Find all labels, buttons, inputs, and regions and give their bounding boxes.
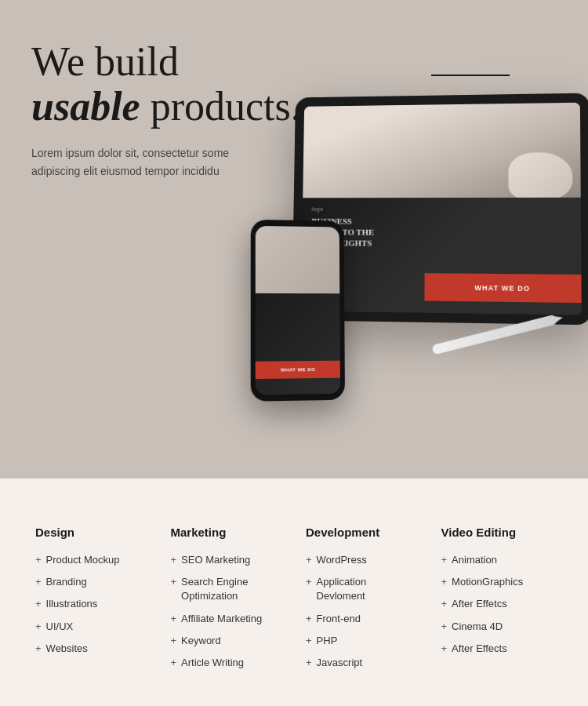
hero-section: We build usable products. Lorem ipsum do… xyxy=(0,0,588,455)
tablet-keyboard-visual xyxy=(303,103,581,208)
design-category-title: Design xyxy=(35,526,147,539)
list-item: +Cinema 4D xyxy=(441,620,554,634)
headline-decorative-line xyxy=(431,75,510,76)
phone-screen: WHAT WE DO xyxy=(256,226,340,395)
list-item: +Article Writing xyxy=(171,656,283,670)
phone-screen-bottom: WHAT WE DO xyxy=(256,293,340,395)
tablet-logo: logo xyxy=(311,206,571,213)
services-grid: Design +Product Mockup +Branding +Illust… xyxy=(31,526,557,678)
list-item: +Websites xyxy=(35,642,147,656)
services-section: Design +Product Mockup +Branding +Illust… xyxy=(0,479,588,706)
device-mockup-group: logo BUSINESSTAKEN TO THENEW HEIGHTS WHA… xyxy=(227,78,588,408)
tablet-screen-top xyxy=(303,103,581,208)
phone-mockup: WHAT WE DO xyxy=(251,220,345,402)
development-category-title: Development xyxy=(306,526,418,539)
phone-cta-text: WHAT WE DO xyxy=(281,367,316,373)
phone-screen-top xyxy=(256,226,340,302)
design-service-list: +Product Mockup +Branding +Illustrations… xyxy=(35,553,147,656)
tablet-pencil xyxy=(431,315,557,355)
tablet-cta-text: WHAT WE DO xyxy=(474,283,530,292)
headline-line1: We build xyxy=(31,39,179,84)
service-category-marketing: Marketing +SEO Marketing +Search Engine … xyxy=(167,526,287,678)
list-item: +UI/UX xyxy=(35,620,147,634)
video-editing-service-list: +Animation +MotionGraphics +After Effetc… xyxy=(441,553,554,656)
list-item: +Affiliate Marketing xyxy=(171,612,283,626)
phone-cta-bar: WHAT WE DO xyxy=(256,361,340,379)
list-item: +MotionGraphics xyxy=(441,575,554,589)
service-category-design: Design +Product Mockup +Branding +Illust… xyxy=(31,526,151,678)
tablet-cta-bar: WHAT WE DO xyxy=(425,273,582,303)
development-service-list: +WordPress +Application Devloment +Front… xyxy=(306,553,418,670)
list-item: +Keyword xyxy=(171,634,283,648)
list-item: +Search Engine Optimization xyxy=(171,575,283,603)
list-item: +After Effetcs xyxy=(441,597,554,611)
service-category-development: Development +WordPress +Application Devl… xyxy=(302,526,422,678)
headline-bold: usable xyxy=(31,84,140,129)
list-item: +PHP xyxy=(306,634,418,648)
list-item: +Branding xyxy=(35,575,147,589)
list-item: +WordPress xyxy=(306,553,418,567)
list-item: +After Effects xyxy=(441,642,554,656)
list-item: +SEO Marketing xyxy=(171,553,283,567)
tablet-tagline: BUSINESSTAKEN TO THENEW HEIGHTS xyxy=(311,216,572,250)
marketing-category-title: Marketing xyxy=(171,526,283,539)
video-editing-category-title: Video Editing xyxy=(441,526,554,539)
list-item: +Animation xyxy=(441,553,554,567)
list-item: +Javascript xyxy=(306,656,418,670)
marketing-service-list: +SEO Marketing +Search Engine Optimizati… xyxy=(171,553,283,670)
list-item: +Illustrations xyxy=(35,597,147,611)
list-item: +Product Mockup xyxy=(35,553,147,567)
list-item: +Front-end xyxy=(306,612,418,626)
service-category-video-editing: Video Editing +Animation +MotionGraphics… xyxy=(437,526,557,678)
list-item: +Application Devloment xyxy=(306,575,418,603)
